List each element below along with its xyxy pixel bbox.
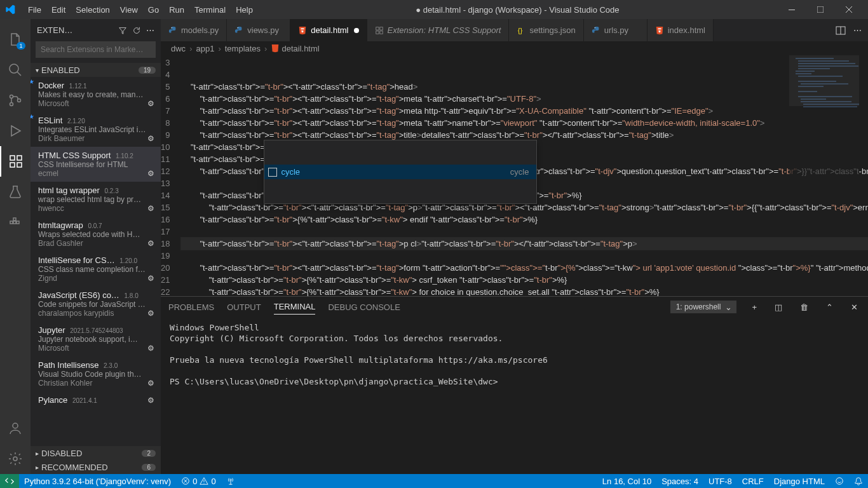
vscode-icon (5, 4, 15, 15)
testing-icon[interactable] (0, 177, 31, 207)
extension-item[interactable]: Pylance 2021.4.1⚙ (31, 391, 161, 409)
svg-rect-10 (10, 221, 13, 224)
extension-item[interactable]: IntelliSense for CS… 1.20.0CSS class nam… (31, 252, 161, 287)
panel-tab-output[interactable]: OUTPUT (227, 300, 261, 315)
gear-icon[interactable]: ⚙ (147, 309, 154, 318)
extension-item[interactable]: HTML CSS Support 1.10.2CSS Intellisense … (31, 147, 161, 182)
editor-tabs: models.pyviews.pydetail.htmlExtension: H… (161, 19, 868, 41)
search-icon[interactable] (0, 55, 31, 85)
menu-view[interactable]: View (115, 5, 143, 15)
autocomplete-popup[interactable]: cycle cycle (264, 140, 537, 204)
panel-tabs: PROBLEMSOUTPUTTERMINALDEBUG CONSOLE1: po… (161, 297, 868, 317)
extension-item[interactable]: ★Docker 1.12.1Makes it easy to create, m… (31, 77, 161, 112)
extension-item[interactable]: JavaScript (ES6) co… 1.8.0Code snippets … (31, 287, 161, 322)
gear-icon[interactable]: ⚙ (147, 396, 154, 405)
section-enabled[interactable]: ▾ ENABLED 19 (31, 63, 161, 77)
extensions-icon[interactable] (0, 146, 31, 177)
panel-tab-problems[interactable]: PROBLEMS (168, 300, 214, 315)
feedback-icon[interactable] (830, 474, 849, 488)
gear-icon[interactable]: ⚙ (147, 344, 154, 353)
svg-point-23 (594, 27, 595, 28)
python-interpreter[interactable]: Python 3.9.2 64-bit ('DjangoVenv': venv) (19, 474, 176, 488)
gear-icon[interactable]: ⚙ (147, 239, 154, 248)
tab[interactable]: models.py (161, 19, 227, 41)
indent-status[interactable]: Spaces: 4 (656, 474, 703, 488)
cursor-position[interactable]: Ln 16, Col 10 (597, 474, 656, 488)
problems-status[interactable]: 0 0 (176, 474, 220, 488)
gear-icon[interactable]: ⚙ (147, 379, 154, 388)
radio-tower-icon[interactable] (221, 474, 240, 488)
svg-rect-11 (13, 221, 16, 224)
source-control-icon[interactable] (0, 85, 31, 116)
panel-tab-debug console[interactable]: DEBUG CONSOLE (328, 300, 400, 315)
gear-icon[interactable]: ⚙ (147, 274, 154, 283)
explorer-icon[interactable]: 1 (0, 24, 31, 55)
split-terminal-icon[interactable]: ◫ (772, 302, 785, 312)
extension-item[interactable]: html tag wrapper 0.2.3wrap selected html… (31, 182, 161, 217)
extension-item[interactable]: ★ESLint 2.1.20Integrates ESLint JavaScri… (31, 112, 161, 147)
accounts-icon[interactable] (0, 413, 31, 444)
docker-icon[interactable] (0, 207, 31, 238)
eol-status[interactable]: CRLF (737, 474, 769, 488)
menu-help[interactable]: Help (231, 5, 258, 15)
extension-item[interactable]: Jupyter 2021.5.745244803Jupyter notebook… (31, 322, 161, 356)
maximize-button[interactable] (806, 0, 834, 19)
encoding-status[interactable]: UTF-8 (703, 474, 737, 488)
split-editor-icon[interactable] (836, 25, 846, 36)
gear-icon[interactable]: ⚙ (147, 99, 154, 108)
menu-run[interactable]: Run (164, 5, 189, 15)
status-bar: Python 3.9.2 64-bit ('DjangoVenv': venv)… (0, 474, 868, 488)
notifications-icon[interactable] (849, 474, 868, 488)
tab[interactable]: urls.py (584, 19, 648, 41)
gear-icon[interactable]: ⚙ (147, 169, 154, 178)
settings-gear-icon[interactable] (0, 444, 31, 474)
tab[interactable]: views.py (227, 19, 290, 41)
svg-rect-0 (789, 10, 795, 10)
refresh-icon[interactable] (132, 26, 141, 35)
extensions-list: ★Docker 1.12.1Makes it easy to create, m… (31, 77, 161, 446)
chevron-up-icon[interactable]: ⌃ (824, 302, 836, 312)
close-button[interactable] (834, 0, 863, 19)
code-area[interactable]: "t-attr">class"t-br">="t-br"><"t-attr">c… (181, 55, 868, 296)
terminal[interactable]: Windows PowerShell Copyright (C) Microso… (161, 317, 868, 474)
filter-icon[interactable] (118, 26, 127, 35)
svg-point-15 (13, 457, 17, 461)
panel-tab-terminal[interactable]: TERMINAL (274, 299, 316, 315)
editor[interactable]: 345678910111213141516171819202122 "t-att… (161, 55, 868, 296)
tab[interactable]: detail.html (290, 19, 367, 41)
section-disabled[interactable]: ▸DISABLED2 (31, 446, 161, 460)
section-recommended[interactable]: ▸RECOMMENDED6 (31, 460, 161, 474)
trash-icon[interactable]: 🗑 (797, 302, 811, 312)
breadcrumb[interactable]: dwc›app1›templates›detail.html (161, 41, 868, 55)
remote-indicator[interactable] (0, 474, 19, 488)
plus-icon[interactable]: + (749, 302, 759, 312)
menu-go[interactable]: Go (143, 5, 164, 15)
search-input[interactable] (36, 41, 156, 58)
svg-point-44 (836, 478, 843, 485)
tab[interactable]: Extension: HTML CSS Support (367, 19, 510, 41)
close-panel-icon[interactable]: ✕ (848, 302, 860, 312)
run-debug-icon[interactable] (0, 116, 31, 146)
activity-bar: 1 (0, 19, 31, 474)
menu-edit[interactable]: Edit (46, 5, 71, 15)
terminal-select[interactable]: 1: powershell ⌄ (670, 301, 737, 313)
language-mode[interactable]: Django HTML (769, 474, 830, 488)
extension-item[interactable]: Path Intellisense 2.3.0Visual Studio Cod… (31, 356, 161, 391)
minimap[interactable] (789, 55, 859, 182)
menu-file[interactable]: File (23, 5, 46, 15)
chevron-down-icon: ▾ (36, 67, 39, 74)
more-actions-icon[interactable]: ⋯ (853, 25, 862, 35)
menu-terminal[interactable]: Terminal (189, 5, 231, 15)
tab[interactable]: index.html (648, 19, 714, 41)
minimize-button[interactable] (777, 0, 806, 19)
more-icon[interactable]: ⋯ (146, 25, 154, 35)
gear-icon[interactable]: ⚙ (147, 134, 154, 143)
extension-item[interactable]: htmltagwrap 0.0.7Wraps selected code wit… (31, 217, 161, 252)
tab[interactable]: {}settings.json (509, 19, 583, 41)
sidebar: EXTEN… ⋯ ▾ ENABLED 19 ★Docker 1.12.1Make… (31, 19, 161, 474)
gear-icon[interactable]: ⚙ (147, 204, 154, 213)
svg-rect-20 (376, 30, 378, 33)
menu-selection[interactable]: Selection (71, 5, 114, 15)
svg-point-5 (18, 99, 21, 102)
window-title: ● detail.html - django (Workspace) - Vis… (258, 5, 777, 15)
